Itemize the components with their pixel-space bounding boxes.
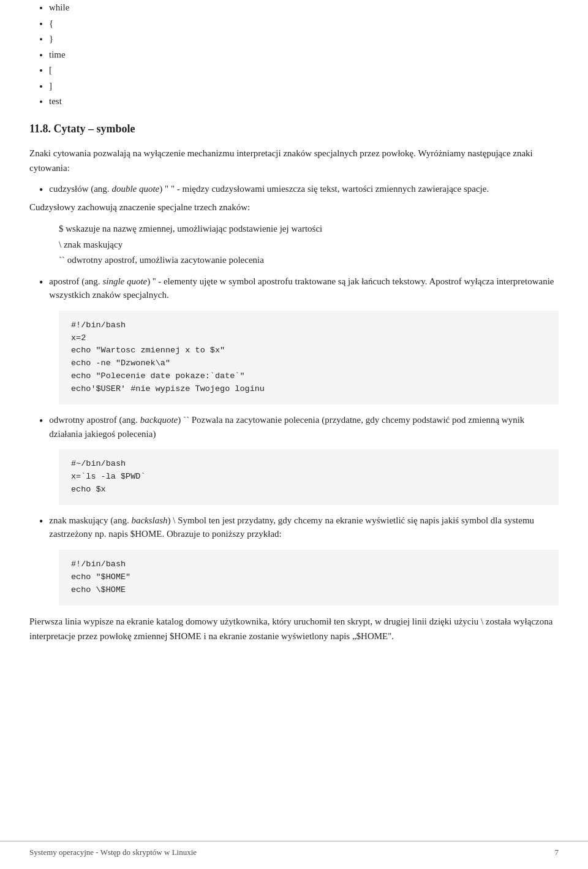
page: while { } time [ ] test 11.8. Cytaty – s… xyxy=(0,0,588,869)
final-paragraph: Pierwsza linia wypisze na ekranie katalo… xyxy=(29,614,559,645)
cudzyslow-zachowanie: Cudzysłowy zachowują znaczenie specjalne… xyxy=(29,200,559,215)
list-item-brace-close: } xyxy=(49,31,559,47)
list-item-time: time xyxy=(49,47,559,63)
bullet-dot-cudzyslow: • xyxy=(39,183,43,197)
backquote-bullet-item: • odwrotny apostrof (ang. backquote) `` … xyxy=(39,413,559,441)
list-item-brace-open: { xyxy=(49,16,559,32)
footer-left: Systemy operacyjne - Wstęp do skryptów w… xyxy=(29,846,197,859)
backquote-text: odwrotny apostrof (ang. backquote) `` Po… xyxy=(49,413,559,441)
bullet-dot-apostrof: • xyxy=(39,276,43,290)
list-item-test: test xyxy=(49,94,559,110)
footer: Systemy operacyjne - Wstęp do skryptów w… xyxy=(0,841,588,859)
indent-line-3: `` odwrotny apostrof, umożliwia zacytowa… xyxy=(59,252,559,268)
code-block-2: #~/bin/bash x=`ls -la $PWD` echo $x xyxy=(59,449,559,505)
backslash-text: znak maskujący (ang. backslash) \ Symbol… xyxy=(49,514,559,541)
code-block-3: #!/bin/bash echo "$HOME" echo \$HOME xyxy=(59,550,559,605)
indent-line-2: \ znak maskujący xyxy=(59,237,559,253)
bullet-dot-backslash: • xyxy=(39,515,43,529)
apostrof-text: apostrof (ang. single quote) '' - elemen… xyxy=(49,275,559,302)
list-item-bracket-open: [ xyxy=(49,63,559,78)
list-item-bracket-close: ] xyxy=(49,78,559,94)
top-list: while { } time [ ] test xyxy=(29,0,559,110)
list-item-while: while xyxy=(49,0,559,16)
cudzyslow-bullet-item: • cudzysłów (ang. double quote) " " - mi… xyxy=(39,182,559,197)
intro-text: Znaki cytowania pozwalają na wyłączenie … xyxy=(29,148,533,173)
bullet-dot-backquote: • xyxy=(39,414,43,428)
intro-paragraph: Znaki cytowania pozwalają na wyłączenie … xyxy=(29,146,559,176)
indent-line-1: $ wskazuje na nazwę zmiennej, umożliwiaj… xyxy=(59,221,559,237)
cudzyslow-text: cudzysłów (ang. double quote) " " - międ… xyxy=(49,182,489,196)
indent-block: $ wskazuje na nazwę zmiennej, umożliwiaj… xyxy=(59,221,559,268)
footer-right: 7 xyxy=(555,846,559,859)
apostrof-bullet-item: • apostrof (ang. single quote) '' - elem… xyxy=(39,275,559,302)
code-block-1: #!/bin/bash x=2 echo "Wartosc zmiennej x… xyxy=(59,311,559,405)
backslash-bullet-item: • znak maskujący (ang. backslash) \ Symb… xyxy=(39,514,559,541)
section-heading: 11.8. Cytaty – symbole xyxy=(29,121,559,137)
